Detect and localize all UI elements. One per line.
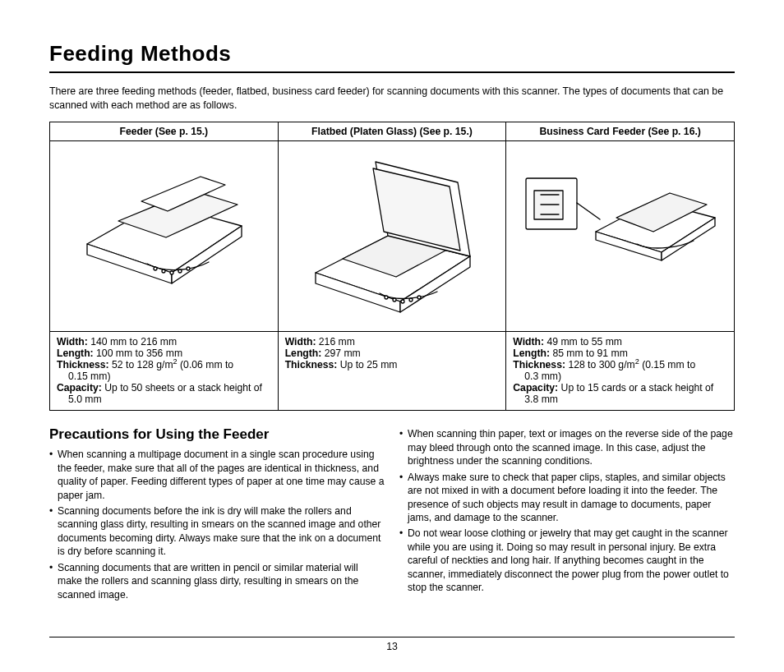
list-item: When scanning thin paper, text or images…	[399, 427, 735, 467]
image-cell-flatbed	[278, 141, 506, 332]
spec-label: Thickness:	[513, 359, 565, 371]
spec-label: Thickness:	[285, 359, 338, 371]
spec-label: Capacity:	[513, 382, 558, 394]
spec-label: Width:	[513, 336, 544, 348]
page-title: Feeding Methods	[49, 41, 735, 70]
svg-point-6	[393, 298, 396, 301]
spec-label: Length:	[513, 348, 550, 359]
image-cell-feeder	[50, 141, 279, 332]
spec-label: Capacity:	[57, 382, 102, 394]
table-image-row	[50, 141, 735, 332]
spec-value: 216 mm	[319, 336, 355, 348]
table-header-row: Feeder (See p. 15.) Flatbed (Platen Glas…	[50, 122, 735, 141]
spec-label: Width:	[57, 336, 88, 348]
col-header-feeder: Feeder (See p. 15.)	[50, 122, 279, 141]
svg-point-2	[170, 271, 173, 274]
precautions-left-column: Precautions for Using the Feeder When sc…	[49, 411, 385, 604]
svg-point-8	[409, 298, 413, 301]
spec-value: 52 to 128 g/m	[112, 359, 173, 371]
svg-point-9	[417, 296, 421, 299]
scanner-closed-icon	[69, 145, 258, 285]
precautions-columns: Precautions for Using the Feeder When sc…	[49, 411, 735, 604]
specs-cell-flatbed: Width: 216 mm Length: 297 mm Thickness: …	[278, 332, 506, 411]
col-header-bizcard: Business Card Feeder (See p. 16.)	[506, 122, 735, 141]
spec-label: Thickness:	[57, 359, 109, 371]
spec-label: Length:	[57, 348, 94, 359]
svg-point-5	[385, 296, 388, 299]
spec-value: (0.15 mm to	[639, 359, 695, 371]
spec-value-cont: 3.8 mm	[513, 394, 727, 405]
precautions-heading: Precautions for Using the Feeder	[49, 426, 385, 444]
spec-value: 128 to 300 g/m	[568, 359, 634, 371]
svg-point-4	[187, 267, 190, 270]
svg-point-3	[178, 269, 182, 273]
spec-value-cont: 0.15 mm)	[57, 371, 271, 382]
spec-value: Up to 15 cards or a stack height of	[561, 382, 714, 394]
spec-value: (0.06 mm to	[178, 359, 233, 371]
list-item: Scanning documents before the ink is dry…	[49, 504, 385, 559]
spec-value: 297 mm	[325, 348, 361, 359]
svg-line-11	[577, 203, 600, 219]
image-cell-bizcard	[506, 141, 735, 332]
svg-point-1	[162, 269, 165, 273]
col-header-flatbed: Flatbed (Platen Glass) (See p. 15.)	[278, 122, 506, 141]
specs-cell-bizcard: Width: 49 mm to 55 mm Length: 85 mm to 9…	[506, 332, 735, 411]
scanner-bizcard-icon	[518, 145, 723, 269]
table-specs-row: Width: 140 mm to 216 mm Length: 100 mm t…	[50, 332, 735, 411]
list-item: Always make sure to check that paper cli…	[399, 471, 735, 525]
precautions-list-left: When scanning a multipage document in a …	[49, 448, 385, 601]
page-number: 13	[0, 641, 784, 652]
document-page: Feeding Methods There are three feeding …	[0, 0, 784, 672]
feeding-methods-table: Feeder (See p. 15.) Flatbed (Platen Glas…	[49, 122, 735, 411]
list-item: Scanning documents that are written in p…	[49, 561, 385, 601]
scanner-open-icon	[297, 145, 487, 318]
specs-cell-feeder: Width: 140 mm to 216 mm Length: 100 mm t…	[50, 332, 279, 411]
spec-label: Width:	[285, 336, 316, 348]
spec-value: 85 mm to 91 mm	[552, 348, 627, 359]
spec-value: 140 mm to 216 mm	[90, 336, 177, 348]
svg-point-0	[154, 267, 157, 270]
spec-value: 100 mm to 356 mm	[96, 348, 182, 359]
spec-value: Up to 25 mm	[340, 359, 398, 371]
precautions-list-right: When scanning thin paper, text or images…	[399, 427, 735, 595]
svg-point-7	[401, 300, 404, 303]
spec-value: 49 mm to 55 mm	[547, 336, 622, 348]
footer-divider	[49, 637, 735, 637]
list-item: Do not wear loose clothing or jewelry th…	[399, 527, 735, 594]
list-item: When scanning a multipage document in a …	[49, 448, 385, 502]
spec-value-cont: 0.3 mm)	[513, 371, 727, 382]
precautions-right-column: When scanning thin paper, text or images…	[399, 411, 735, 604]
spec-value: Up to 50 sheets or a stack height of	[104, 382, 262, 394]
title-divider	[49, 71, 735, 73]
spec-label: Length:	[285, 348, 322, 359]
spec-value-cont: 5.0 mm	[57, 394, 271, 405]
intro-paragraph: There are three feeding methods (feeder,…	[49, 85, 735, 112]
